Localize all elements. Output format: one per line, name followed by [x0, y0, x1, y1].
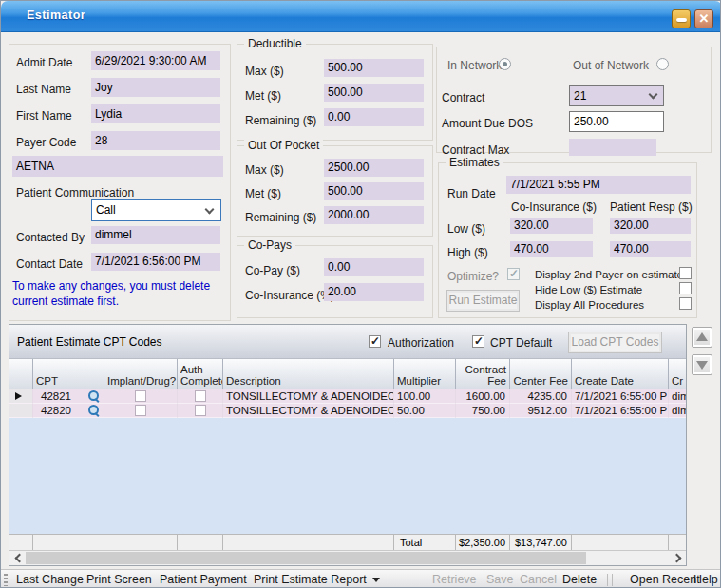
run-estimate-button[interactable]: Run Estimate: [446, 290, 520, 312]
col-header-created-by[interactable]: Cr: [669, 359, 686, 389]
display-2nd-payer-checkbox[interactable]: [679, 267, 692, 279]
patient-payment-menu-item[interactable]: Patient Payment: [160, 573, 247, 586]
low-coinsurance-field: 320.00: [510, 218, 593, 234]
description-cell[interactable]: TONSILLECTOMY & ADENOIDECTOM: [223, 404, 394, 418]
run-date-field: 7/1/2021 5:55 PM: [506, 176, 691, 194]
col-header-create-date[interactable]: Create Date: [572, 359, 669, 389]
col-header-contract-fee[interactable]: Contract Fee: [456, 359, 510, 389]
oop-met-field: 500.00: [324, 182, 424, 200]
amount-due-dos-input[interactable]: [569, 111, 664, 132]
cpt-value: 42820: [41, 404, 71, 417]
created-by-cell[interactable]: dim: [669, 404, 686, 418]
grid-header-row: CPT Implant/Drug? Auth Complete Descript…: [9, 359, 686, 389]
move-row-up-button[interactable]: [692, 327, 712, 348]
in-network-label: In Network: [447, 59, 502, 72]
cpt-codes-panel: Patient Estimate CPT Codes Authorization…: [9, 324, 687, 566]
col-header-auth-complete[interactable]: Auth Complete: [178, 359, 223, 389]
print-screen-menu-item[interactable]: Print Screen: [86, 573, 152, 586]
created-by-cell[interactable]: dim: [669, 389, 686, 404]
description-cell[interactable]: TONSILLECTOMY & ADENOIDECTOM: [223, 389, 394, 404]
scrollbar-thumb[interactable]: [26, 552, 586, 564]
open-recent-menu-item[interactable]: Open Recent: [630, 573, 700, 586]
payer-code-field: 28: [91, 131, 220, 150]
create-date-cell[interactable]: 7/1/2021 6:55:00 P: [572, 404, 669, 418]
coinsurance-field: 20.00: [324, 283, 424, 301]
contract-fee-cell[interactable]: 750.00: [456, 404, 510, 418]
contact-date-label: Contact Date: [16, 257, 83, 271]
implant-drug-checkbox[interactable]: [135, 405, 146, 416]
first-name-label: First Name: [16, 109, 72, 123]
create-date-cell[interactable]: 7/1/2021 6:55:00 P: [572, 389, 669, 404]
display-2nd-payer-label: Display 2nd Payer on estimate: [535, 269, 683, 280]
col-header-center-fee[interactable]: Center Fee: [510, 359, 572, 389]
help-menu-item[interactable]: Help: [693, 573, 718, 586]
col-header-multiplier[interactable]: Multiplier: [394, 359, 456, 389]
authorization-label: Authorization: [388, 336, 454, 350]
cpt-cell[interactable]: 42821: [33, 389, 104, 404]
copays-title: Co-Pays: [244, 238, 295, 252]
display-all-procedures-label: Display All Procedures: [535, 299, 644, 311]
out-of-network-radio[interactable]: [656, 58, 669, 70]
multiplier-cell[interactable]: 100.00: [394, 389, 456, 404]
deductible-max-label: Max ($): [245, 65, 284, 78]
col-header-description[interactable]: Description: [223, 359, 394, 389]
col-header-cpt[interactable]: CPT: [33, 359, 104, 389]
implant-drug-cell[interactable]: [104, 389, 178, 404]
minimize-button[interactable]: [672, 9, 691, 28]
table-row[interactable]: 42821 TONSILLECTOMY & ADENOIDECTOM 100.0…: [9, 389, 686, 404]
communication-value: Call: [96, 203, 116, 217]
cancel-menu-item[interactable]: Cancel: [520, 573, 557, 586]
center-fee-cell[interactable]: 9512.00: [510, 404, 572, 418]
table-row[interactable]: 42820 TONSILLECTOMY & ADENOIDECTOM 50.00…: [9, 404, 686, 418]
row-selector-cell[interactable]: [9, 404, 33, 418]
center-fee-cell[interactable]: 4235.00: [510, 389, 572, 404]
print-estimate-report-label: Print Estimate Report: [254, 573, 367, 586]
estimator-window: Estimator Admit Date 6/29/2021 9:30:00 A…: [0, 0, 721, 588]
grid-total-row: Total $2,350.00 $13,747.00: [9, 534, 686, 550]
last-name-field: Joy: [91, 78, 220, 97]
cpt-value: 42821: [41, 389, 71, 403]
cpt-default-checkbox[interactable]: [472, 335, 484, 348]
close-button[interactable]: [694, 9, 713, 28]
scroll-left-button[interactable]: [9, 551, 26, 565]
row-selector-cell[interactable]: [9, 389, 33, 404]
implant-drug-checkbox[interactable]: [135, 390, 146, 402]
display-all-procedures-checkbox[interactable]: [679, 297, 692, 310]
save-menu-item[interactable]: Save: [486, 573, 514, 586]
copays-group: Co-Pays: [237, 245, 433, 318]
load-cpt-codes-button[interactable]: Load CPT Codes: [568, 332, 662, 353]
low-label: Low ($): [447, 222, 485, 236]
last-change-menu-item[interactable]: Last Change: [16, 573, 84, 586]
contract-fee-cell[interactable]: 1600.00: [456, 389, 510, 404]
total-center-fee: $13,747.00: [510, 535, 572, 550]
toolbar-separator: [617, 574, 617, 586]
bottom-toolbar: Last Change Print Screen Patient Payment…: [1, 569, 721, 588]
hide-low-estimate-label: Hide Low ($) Estimate: [535, 284, 642, 295]
implant-drug-cell[interactable]: [104, 404, 178, 418]
move-row-down-button[interactable]: [692, 354, 712, 375]
communication-combobox[interactable]: Call: [91, 199, 221, 221]
cpt-cell[interactable]: 42820: [33, 404, 104, 418]
print-estimate-report-menu-item[interactable]: Print Estimate Report: [254, 573, 380, 586]
lookup-magnifier-icon[interactable]: [87, 389, 101, 403]
auth-complete-checkbox[interactable]: [195, 405, 206, 416]
deductible-title: Deductible: [244, 37, 306, 50]
authorization-checkbox[interactable]: [369, 335, 381, 348]
cpt-default-label: CPT Default: [490, 336, 552, 350]
delete-menu-item[interactable]: Delete: [562, 573, 597, 586]
lookup-magnifier-icon[interactable]: [87, 404, 101, 417]
scroll-right-button[interactable]: [670, 551, 686, 565]
col-header-implant-drug[interactable]: Implant/Drug?: [104, 359, 178, 389]
multiplier-cell[interactable]: 50.00: [394, 404, 456, 418]
hide-low-estimate-checkbox[interactable]: [679, 282, 692, 294]
toolbar-grip: [4, 574, 8, 586]
in-network-radio[interactable]: [499, 58, 511, 70]
contract-combobox[interactable]: 21: [569, 85, 664, 106]
auth-complete-cell[interactable]: [178, 389, 223, 404]
auth-complete-cell[interactable]: [178, 404, 223, 418]
retrieve-menu-item[interactable]: Retrieve: [432, 573, 477, 586]
auth-complete-checkbox[interactable]: [195, 390, 206, 402]
horizontal-scrollbar[interactable]: [9, 550, 686, 565]
contract-max-field: [569, 139, 656, 156]
oop-max-field: 2500.00: [324, 159, 424, 177]
